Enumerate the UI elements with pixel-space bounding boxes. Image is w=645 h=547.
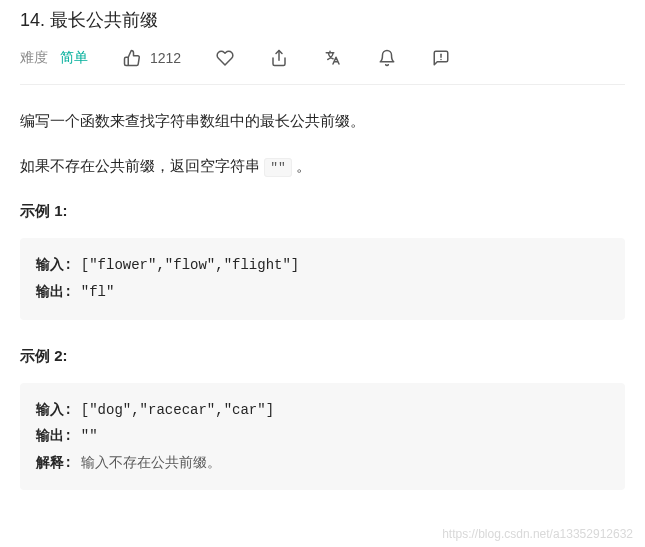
problem-content: 编写一个函数来查找字符串数组中的最长公共前缀。 如果不存在公共前缀，返回空字符串… <box>20 85 625 490</box>
example-2-heading: 示例 2: <box>20 342 625 369</box>
example-2-input-label: 输入: <box>36 402 81 418</box>
example-2-explain-value: 输入不存在公共前缀。 <box>81 455 221 471</box>
difficulty-label: 难度 <box>20 49 48 67</box>
example-2-output-label: 输出: <box>36 428 81 444</box>
meta-row: 难度 简单 1212 <box>20 48 625 85</box>
example-2-explain-label: 解释: <box>36 455 81 471</box>
problem-paragraph-1: 编写一个函数来查找字符串数组中的最长公共前缀。 <box>20 107 625 134</box>
example-2-input-value: ["dog","racecar","car"] <box>81 402 274 418</box>
example-1-heading: 示例 1: <box>20 197 625 224</box>
problem-paragraph-2: 如果不存在公共前缀，返回空字符串 "" 。 <box>20 152 625 179</box>
example-1-output-value: "fl" <box>81 284 115 300</box>
example-2-output-value: "" <box>81 428 98 444</box>
p2-pre: 如果不存在公共前缀，返回空字符串 <box>20 157 264 174</box>
thumbs-up-icon <box>122 48 142 68</box>
example-1-output-label: 输出: <box>36 284 81 300</box>
example-2-code: 输入: ["dog","racecar","car"] 输出: "" 解释: 输… <box>20 383 625 491</box>
translate-icon[interactable] <box>323 48 343 68</box>
p2-post: 。 <box>292 157 311 174</box>
bell-icon[interactable] <box>377 48 397 68</box>
difficulty-value: 简单 <box>60 49 88 67</box>
feedback-icon[interactable] <box>431 48 451 68</box>
example-1-input-label: 输入: <box>36 257 81 273</box>
example-1-input-value: ["flower","flow","flight"] <box>81 257 299 273</box>
heart-icon[interactable] <box>215 48 235 68</box>
example-1-code: 输入: ["flower","flow","flight"] 输出: "fl" <box>20 238 625 319</box>
share-icon[interactable] <box>269 48 289 68</box>
problem-title: 14. 最长公共前缀 <box>20 0 625 48</box>
inline-code-empty-string: "" <box>264 158 292 177</box>
likes-button[interactable]: 1212 <box>122 48 181 68</box>
likes-count: 1212 <box>150 50 181 66</box>
